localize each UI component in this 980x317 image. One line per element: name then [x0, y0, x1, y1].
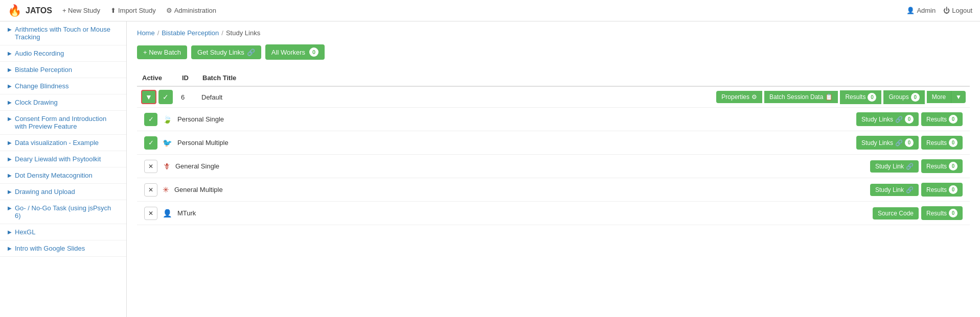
- batch-actions-cell: Properties ⚙ Batch Session Data 📋 Result…: [310, 86, 970, 108]
- study-links-count: 0: [905, 138, 914, 147]
- batch-expand-button[interactable]: ▼: [141, 90, 156, 104]
- brand-name: JATOS: [26, 6, 52, 15]
- new-batch-button[interactable]: + New Batch: [137, 45, 187, 59]
- general-single-results-button[interactable]: Results 0: [921, 159, 963, 173]
- groups-button[interactable]: Groups 0: [883, 90, 924, 104]
- results-count: 0: [949, 162, 958, 170]
- logout-link[interactable]: ⏻ Logout: [943, 7, 972, 14]
- dropdown-icon: ▼: [955, 93, 962, 101]
- general-single-study-link-button[interactable]: Study Link 🔗: [870, 160, 919, 173]
- navbar-left: 🔥 JATOS + New Study ⬆ Import Study ⚙ Adm…: [8, 4, 216, 17]
- sidebar-item-change-blindness[interactable]: ▶ Change Blindness: [0, 78, 126, 94]
- batch-toggle-cell: ▼ ✓: [137, 86, 177, 108]
- general-multiple-results-button[interactable]: Results 0: [921, 183, 963, 197]
- personal-single-study-links-button[interactable]: Study Links 🔗 0: [856, 112, 919, 126]
- sidebar-item-bistable[interactable]: ▶ Bistable Perception: [0, 62, 126, 78]
- administration-icon: ⚙: [166, 7, 172, 14]
- worker-row-personal-multiple: ✓ 🐦 Personal Multiple Study Links 🔗 0: [137, 131, 970, 155]
- more-button[interactable]: More: [927, 91, 951, 103]
- get-study-links-button[interactable]: Get Study Links 🔗: [191, 45, 261, 59]
- worker-personal-multiple-toggle[interactable]: ✓: [144, 136, 157, 150]
- sidebar-item-dot-density[interactable]: ▶ Dot Density Metacognition: [0, 167, 126, 184]
- sidebar-item-label: Deary Liewald with Psytoolkit: [15, 155, 101, 163]
- administration-link[interactable]: ⚙ Administration: [166, 7, 216, 14]
- general-multiple-study-link-button[interactable]: Study Link 🔗: [870, 184, 919, 196]
- sidebar-item-label: Clock Drawing: [15, 99, 58, 106]
- study-links-count: 0: [905, 115, 914, 124]
- results-count: 0: [868, 93, 876, 102]
- sidebar-item-label: HexGL: [15, 228, 35, 236]
- breadcrumb-sep1: /: [157, 29, 159, 37]
- new-study-link[interactable]: + New Study: [62, 7, 100, 14]
- worker-mturk-toggle[interactable]: ✕: [144, 207, 157, 220]
- more-button-group: More ▼: [927, 91, 966, 103]
- col-active: Active: [137, 70, 177, 86]
- admin-link[interactable]: 👤 Admin: [906, 7, 936, 14]
- worker-row-mturk: ✕ 👤 MTurk Source Code Results 0: [137, 202, 970, 225]
- batch-table: Active ID Batch Title ▼ ✓: [137, 70, 970, 225]
- worker-personal-single-toggle[interactable]: ✓: [144, 113, 157, 126]
- sidebar-item-arithmetics[interactable]: ▶ Arithmetics with Touch or Mouse Tracki…: [0, 21, 126, 45]
- general-multiple-actions: Study Link 🔗 Results 0: [870, 183, 963, 197]
- check-icon: ✓: [163, 93, 169, 101]
- sidebar-item-consent-form[interactable]: ▶ Consent Form and Introduction with Pre…: [0, 111, 126, 135]
- results-label: Results: [926, 116, 947, 123]
- personal-multiple-study-links-button[interactable]: Study Links 🔗 0: [856, 136, 919, 150]
- all-workers-button[interactable]: All Workers 0: [265, 44, 325, 60]
- brand-icon: 🔥: [8, 4, 21, 17]
- personal-single-name: Personal Single: [177, 115, 224, 123]
- sidebar-item-audio[interactable]: ▶ Audio Recording: [0, 45, 126, 62]
- batch-active-toggle[interactable]: ✓: [158, 90, 173, 104]
- main-content: Home / Bistable Perception / Study Links…: [127, 21, 980, 317]
- sidebar-item-deary[interactable]: ▶ Deary Liewald with Psytoolkit: [0, 151, 126, 167]
- batch-session-data-button[interactable]: Batch Session Data 📋: [764, 91, 838, 103]
- import-study-link[interactable]: ⬆ Import Study: [110, 7, 156, 14]
- breadcrumb-study[interactable]: Bistable Perception: [162, 29, 219, 37]
- col-actions: [310, 70, 970, 86]
- get-study-links-label: Get Study Links: [197, 48, 244, 56]
- study-links-label: Study Links: [861, 116, 893, 123]
- personal-multiple-results-button[interactable]: Results 0: [921, 136, 963, 150]
- results-button[interactable]: Results 0: [840, 90, 881, 104]
- sidebar-item-label: Go- / No-Go Task (using jsPsych 6): [15, 204, 119, 220]
- sidebar-item-intro-google[interactable]: ▶ Intro with Google Slides: [0, 240, 126, 257]
- chevron-icon: ▶: [8, 173, 12, 178]
- results-count: 0: [949, 115, 958, 124]
- properties-button[interactable]: Properties ⚙: [716, 91, 762, 103]
- personal-single-results-button[interactable]: Results 0: [921, 112, 963, 126]
- sidebar-item-drawing[interactable]: ▶ Drawing and Upload: [0, 184, 126, 200]
- sidebar-item-clock-drawing[interactable]: ▶ Clock Drawing: [0, 94, 126, 111]
- worker-cell: ✕ ✳ General Multiple Study Link 🔗: [137, 178, 970, 202]
- sidebar-item-label: Arithmetics with Touch or Mouse Tracking: [15, 26, 119, 41]
- worker-cell: ✕ 👤 MTurk Source Code Results 0: [137, 202, 970, 225]
- more-dropdown-button[interactable]: ▼: [951, 91, 966, 103]
- worker-cell: ✕ 🗡 General Single Study Link 🔗: [137, 155, 970, 178]
- admin-icon: 👤: [906, 7, 915, 14]
- mturk-source-code-button[interactable]: Source Code: [873, 207, 919, 220]
- worker-general-single-toggle[interactable]: ✕: [144, 160, 157, 173]
- breadcrumb-current: Study Links: [226, 29, 260, 37]
- brand: 🔥 JATOS: [8, 4, 52, 17]
- chevron-icon: ▶: [8, 27, 12, 32]
- breadcrumb-home[interactable]: Home: [137, 29, 155, 37]
- breadcrumb: Home / Bistable Perception / Study Links: [137, 29, 970, 37]
- general-multiple-icon: ✳: [163, 185, 169, 194]
- general-single-name: General Single: [175, 162, 219, 170]
- worker-general-multiple-toggle[interactable]: ✕: [144, 183, 157, 197]
- source-code-label: Source Code: [878, 210, 914, 217]
- sidebar-item-label: Bistable Perception: [15, 66, 72, 74]
- sidebar-item-hexgl[interactable]: ▶ HexGL: [0, 224, 126, 240]
- chevron-icon: ▶: [8, 156, 12, 162]
- mturk-results-button[interactable]: Results 0: [921, 206, 963, 220]
- sidebar-item-label: Consent Form and Introduction with Previ…: [15, 115, 119, 130]
- sidebar-item-data-viz[interactable]: ▶ Data visualization - Example: [0, 135, 126, 151]
- all-workers-label: All Workers: [271, 48, 305, 56]
- batch-title: Default: [197, 86, 310, 108]
- sidebar-item-go-nogo[interactable]: ▶ Go- / No-Go Task (using jsPsych 6): [0, 200, 126, 224]
- results-count: 0: [949, 209, 958, 217]
- study-links-label: Study Links: [861, 139, 893, 147]
- link-icon: 🔗: [895, 139, 903, 147]
- batch-actions: Properties ⚙ Batch Session Data 📋 Result…: [314, 90, 966, 104]
- worker-cell: ✓ 🐦 Personal Multiple Study Links 🔗 0: [137, 131, 970, 155]
- personal-multiple-actions: Study Links 🔗 0 Results 0: [856, 136, 963, 150]
